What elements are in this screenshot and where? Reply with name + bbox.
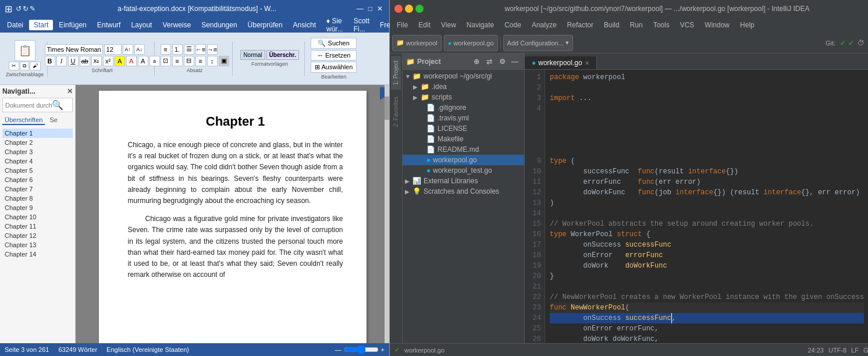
word-redo-btn[interactable]: ↻	[23, 5, 29, 13]
align-right-btn[interactable]: ⊟	[184, 56, 194, 66]
align-center-btn[interactable]: ≡	[172, 56, 183, 66]
font-color-btn[interactable]: A	[126, 56, 137, 66]
tree-license[interactable]: ▶ 📄 LICENSE	[403, 123, 524, 134]
tree-travis[interactable]: ▶ 📄 .travis.yml	[403, 113, 524, 123]
idea-menu-navigate[interactable]: Navigate	[462, 20, 499, 30]
font-name-input[interactable]	[45, 44, 103, 55]
font-shrink-btn[interactable]: A↓	[134, 44, 145, 55]
idea-menu-file[interactable]: File	[392, 20, 412, 30]
idea-menu-refactor[interactable]: Refactor	[563, 20, 598, 30]
project-add-btn[interactable]: ⊕	[471, 56, 482, 67]
word-undo-btn[interactable]: ↺	[16, 5, 22, 13]
multilevel-btn[interactable]: ☰	[184, 44, 194, 55]
nav-item-chapter5[interactable]: Chapter 5	[2, 166, 73, 175]
idea-close-btn[interactable]	[394, 5, 403, 13]
word-menu-einfuegen[interactable]: Einfügen	[54, 20, 91, 30]
superscript-btn[interactable]: x²	[103, 56, 113, 66]
toolbar-config-btn[interactable]: Add Configuration... ▾	[503, 35, 573, 51]
nav-item-chapter3[interactable]: Chapter 3	[2, 147, 73, 156]
word-menu-verweise[interactable]: Verweise	[158, 20, 195, 30]
font-size-inc-btn[interactable]: A	[138, 56, 148, 66]
toolbar-workerpool-btn[interactable]: 📁 workerpool	[392, 35, 442, 51]
tree-gitignore[interactable]: ▶ 📄 .gitignore	[403, 102, 524, 113]
tree-workerpool-go[interactable]: ▶ ● workerpool.go	[403, 155, 524, 165]
style-normal[interactable]: Normal	[240, 50, 265, 60]
tree-makefile[interactable]: ▶ 📄 Makefile	[403, 134, 524, 144]
word-paste-btn[interactable]: 📋	[15, 40, 35, 61]
word-menu-search[interactable]: ♦ Sie wür...	[322, 16, 348, 34]
doc-scrollbar-thumb[interactable]	[385, 97, 389, 120]
subscript-btn[interactable]: x₂	[91, 56, 102, 66]
tab-close-btn[interactable]: ✕	[585, 60, 589, 66]
word-maximize-btn[interactable]: □	[368, 5, 372, 13]
word-menu-ansicht[interactable]: Ansicht	[289, 20, 321, 30]
font-size-input[interactable]	[104, 44, 122, 55]
word-menu-ueberpruefen[interactable]: Überprüfen	[243, 20, 287, 30]
word-format-painter-btn[interactable]: 🖌	[30, 62, 41, 70]
find-btn[interactable]: 🔍 Suchen	[311, 38, 357, 49]
font-grow-btn[interactable]: A↑	[123, 44, 133, 55]
nav-tab-headings[interactable]: Überschriften	[2, 116, 45, 125]
word-cut-btn[interactable]: ✂	[9, 62, 19, 70]
align-left-btn[interactable]: ⊡	[161, 56, 171, 66]
strikethrough-btn[interactable]: ab	[80, 56, 90, 66]
decrease-indent-btn[interactable]: ←≡	[195, 44, 206, 55]
word-copy-btn[interactable]: ⧉	[20, 62, 29, 70]
word-menu-entwurf[interactable]: Entwurf	[93, 20, 126, 30]
word-zoom-slider[interactable]: — +	[335, 345, 385, 354]
nav-item-chapter9[interactable]: Chapter 9	[2, 203, 73, 212]
idea-menu-tools[interactable]: Tools	[649, 20, 674, 30]
idea-menu-edit[interactable]: Edit	[414, 20, 435, 30]
bullets-btn[interactable]: ≡	[161, 44, 171, 55]
increase-indent-btn[interactable]: →≡	[207, 44, 218, 55]
nav-item-chapter10[interactable]: Chapter 10	[2, 212, 73, 222]
toolbar-file-btn[interactable]: ● workerpool.go	[444, 35, 498, 51]
nav-search-input[interactable]	[5, 102, 52, 109]
underline-btn[interactable]: U	[68, 56, 79, 66]
idea-menu-vcs[interactable]: VCS	[675, 20, 699, 30]
nav-item-chapter11[interactable]: Chapter 11	[2, 222, 73, 231]
tree-workerpool-test-go[interactable]: ▶ ● workerpool_test.go	[403, 165, 524, 176]
nav-item-chapter6[interactable]: Chapter 6	[2, 175, 73, 184]
idea-menu-window[interactable]: Window	[700, 20, 734, 30]
nav-item-chapter2[interactable]: Chapter 2	[2, 138, 73, 147]
idea-max-btn[interactable]	[415, 5, 424, 13]
editor-content[interactable]: 1 2 3 4 9 10 11 12 13 14 15 16 17	[525, 70, 868, 343]
nav-item-chapter8[interactable]: Chapter 8	[2, 194, 73, 203]
nav-close-btn[interactable]: ✕	[67, 87, 73, 95]
document-area[interactable]: Chapter 1 Chicago, a nice enough piece o…	[76, 85, 389, 343]
project-side-tab[interactable]: 1: Project	[391, 56, 401, 90]
editor-tab-workerpool[interactable]: ● workerpool.go ✕	[525, 56, 597, 69]
tree-external-libs[interactable]: ▶ 📊 External Libraries	[403, 176, 524, 186]
justify-btn[interactable]: ≡	[195, 56, 206, 66]
nav-tab-pages[interactable]: Se	[47, 116, 59, 125]
nav-item-chapter12[interactable]: Chapter 12	[2, 231, 73, 240]
numbering-btn[interactable]: 1.	[172, 44, 183, 55]
tree-scratches[interactable]: ▶ 💡 Scratches and Consoles	[403, 186, 524, 197]
project-minimize-btn[interactable]: —	[509, 56, 521, 67]
idea-menu-code[interactable]: Code	[500, 20, 526, 30]
code-editor[interactable]: package workerpool import ... type ( suc…	[545, 70, 868, 343]
idea-menu-help[interactable]: Help	[735, 20, 759, 30]
tree-idea-folder[interactable]: ▶ 📁 .idea	[403, 81, 524, 92]
nav-search-box[interactable]: 🔍	[2, 98, 73, 112]
doc-scrollbar[interactable]	[385, 85, 389, 343]
word-close-btn[interactable]: ✕	[377, 5, 383, 13]
shading-btn[interactable]: ▣	[219, 56, 229, 66]
bold-btn[interactable]: B	[45, 56, 55, 66]
idea-menu-build[interactable]: Build	[599, 20, 624, 30]
select-btn[interactable]: ⊞ Auswählen	[311, 62, 357, 73]
favorites-side-tab[interactable]: 2: Favorites	[391, 92, 401, 131]
word-menu-user[interactable]: Scott Fi...	[349, 16, 374, 34]
word-menu-sendungen[interactable]: Sendungen	[197, 20, 241, 30]
idea-menu-run[interactable]: Run	[625, 20, 648, 30]
word-menu-start[interactable]: Start	[29, 20, 53, 30]
nav-item-chapter13[interactable]: Chapter 13	[2, 240, 73, 250]
document-page[interactable]: Chapter 1 Chicago, a nice enough piece o…	[99, 91, 367, 343]
project-root[interactable]: ▼ 📁 workerpool ~/go/src/gi	[403, 71, 524, 81]
style-heading1[interactable]: Überschr.	[266, 50, 299, 60]
word-minimize-btn[interactable]: —	[357, 5, 364, 13]
word-menu-layout[interactable]: Layout	[126, 20, 156, 30]
idea-menu-view[interactable]: View	[436, 20, 461, 30]
line-spacing-btn[interactable]: ↕	[207, 56, 218, 66]
